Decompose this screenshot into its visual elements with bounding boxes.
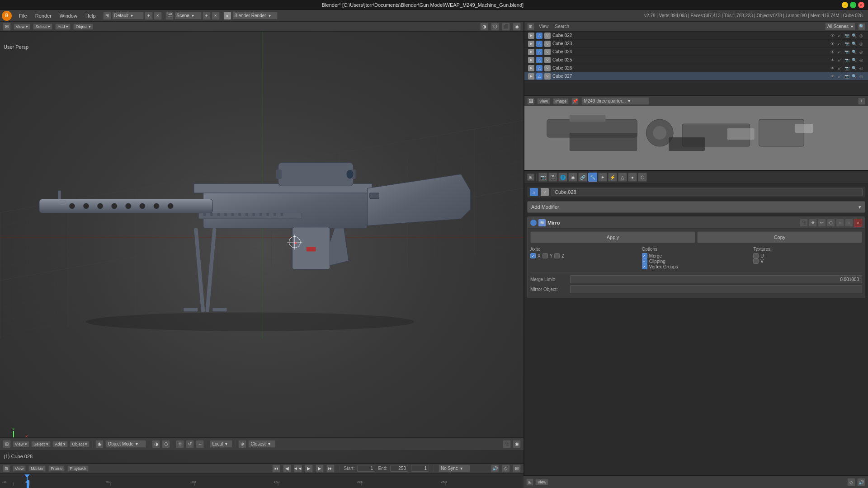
viewport[interactable]: ⊞ View Select Add Object ◑ ⬡ ⬛ ◉ [0, 22, 524, 463]
viewport-add-btn[interactable]: Add [55, 23, 71, 30]
remove-workspace-btn[interactable]: × [154, 12, 162, 20]
next-frame-btn[interactable]: ▶ [316, 465, 324, 473]
modifier-up-btn[interactable]: ↑ [836, 219, 844, 227]
props-data-icon[interactable]: △ [618, 173, 627, 182]
outliner-restrict-select[interactable]: ↙ [836, 41, 843, 47]
viewport-object-btn[interactable]: Object [73, 23, 93, 30]
outliner-restrict-filter2[interactable]: ◎ [858, 49, 864, 55]
outliner-restrict-filter2[interactable]: ◎ [858, 41, 864, 47]
layout-dropdown[interactable]: Default [112, 12, 144, 19]
clipping-checkbox[interactable] [642, 258, 647, 264]
props-modifiers-icon[interactable]: 🔧 [588, 173, 597, 182]
modifier-viewport-btn[interactable]: 👁 [809, 219, 817, 227]
current-frame-input[interactable]: 1 [411, 465, 429, 472]
outliner-restrict-view[interactable]: 👁 [829, 57, 835, 63]
add-modifier-btn[interactable]: Add Modifier ▾ [527, 201, 865, 213]
outliner-restrict-render[interactable]: 📷 [844, 49, 850, 55]
timeline-editor-type[interactable]: ⊞ [3, 465, 10, 472]
outliner-restrict-view[interactable]: 👁 [829, 41, 835, 47]
outliner-restrict-render[interactable]: 📷 [844, 73, 850, 80]
tex-v-checkbox[interactable] [753, 258, 759, 264]
outliner-row-cube024[interactable]: ▶ △ V Cube.024 👁 ↙ 📷 🔍 ◎ [524, 48, 868, 56]
viewport-render-mode[interactable]: ◉ [513, 23, 521, 31]
props-scene-icon[interactable]: 🎬 [548, 173, 557, 182]
outliner-restrict-filter2[interactable]: ◎ [858, 33, 864, 39]
mirror-object-input[interactable] [570, 285, 862, 293]
snap-dropdown[interactable]: Closest [248, 440, 275, 448]
props-constraints-icon[interactable]: 🔗 [578, 173, 587, 182]
axis-x-checkbox[interactable] [530, 253, 536, 258]
timeline-marker-btn[interactable]: Marker [28, 465, 46, 472]
timeline-playback-btn[interactable]: Playback [67, 465, 89, 472]
outliner-restrict-render[interactable]: 📷 [844, 65, 850, 71]
outliner-row-cube023[interactable]: ▶ △ V Cube.023 👁 ↙ 📷 🔍 ◎ [524, 40, 868, 48]
timeline-frame-btn[interactable]: Frame [48, 465, 65, 472]
image-viewer-image-btn[interactable]: Image [553, 98, 569, 104]
menu-help[interactable]: Help [82, 12, 99, 19]
outliner-row-cube027[interactable]: ▶ △ V Cube.027 👁 ↙ 📷 🔍 ◎ [524, 72, 868, 80]
apply-button[interactable]: Apply [530, 231, 695, 243]
timeline-view-btn[interactable]: View [13, 465, 26, 472]
axis-y-checkbox[interactable] [542, 253, 548, 258]
right-tl-view-btn[interactable]: View [535, 479, 548, 485]
modifier-render-btn[interactable]: 🎥 [800, 219, 808, 227]
outliner-row-cube022[interactable]: ▶ △ V Cube.022 👁 ↙ 📷 🔍 ◎ [524, 32, 868, 40]
outliner-restrict-render[interactable]: 📷 [844, 33, 850, 39]
outliner-restrict-view[interactable]: 👁 [829, 65, 835, 71]
outliner-restrict-view[interactable]: 👁 [829, 49, 835, 55]
props-particles-icon[interactable]: ✦ [598, 173, 607, 182]
scene-dropdown[interactable]: Scene [175, 12, 202, 19]
viewport-view-btn[interactable]: View [14, 23, 30, 30]
axis-z-checkbox[interactable] [554, 253, 560, 258]
modifier-remove-btn[interactable]: × [854, 219, 862, 227]
outliner-search-icon[interactable]: 🔍 [858, 23, 865, 30]
props-object-icon[interactable]: ◉ [568, 173, 577, 182]
tex-u-checkbox[interactable] [753, 253, 759, 258]
skip-start-btn[interactable]: ⏮ [272, 465, 280, 473]
menu-window[interactable]: Window [56, 12, 81, 19]
outliner-view-btn[interactable]: View [537, 23, 551, 29]
outliner-restrict-select[interactable]: ↙ [836, 33, 843, 39]
viewport-editor-type[interactable]: ⊞ [3, 23, 11, 31]
image-viewer-pin-icon[interactable]: 📌 [571, 98, 579, 105]
audio-btn[interactable]: 🔊 [491, 465, 499, 473]
keyframe-btn[interactable]: ◇ [502, 465, 510, 473]
prev-frame-btn[interactable]: ◀ [283, 465, 291, 473]
copy-button[interactable]: Copy [697, 231, 862, 243]
skip-end-btn[interactable]: ⏭ [326, 465, 335, 473]
image-viewer-editor-icon[interactable]: 🖼 [527, 98, 534, 105]
render-btn[interactable]: ◉ [513, 440, 521, 448]
viewport-shading-wire[interactable]: ⬡ [491, 23, 499, 31]
right-tl-keying-btn[interactable]: ◇ [847, 478, 855, 486]
play-btn[interactable]: ▶ [305, 465, 313, 473]
outliner-restrict-filter1[interactable]: 🔍 [851, 73, 857, 80]
outliner-restrict-filter1[interactable]: 🔍 [851, 41, 857, 47]
outliner-restrict-render[interactable]: 📷 [844, 57, 850, 63]
outliner-restrict-select[interactable]: ↙ [836, 65, 843, 71]
outliner-restrict-view[interactable]: 👁 [829, 73, 835, 80]
start-frame-input[interactable]: 1 [357, 465, 375, 472]
outliner-row-cube026[interactable]: ▶ △ V Cube.026 👁 ↙ 📷 🔍 ◎ [524, 64, 868, 72]
outliner-restrict-filter2[interactable]: ◎ [858, 65, 864, 71]
right-tl-audio-btn[interactable]: 🔊 [857, 478, 865, 486]
modifier-down-btn[interactable]: ↓ [845, 219, 853, 227]
modifier-cage-btn[interactable]: ⬡ [827, 219, 835, 227]
maximize-button[interactable]: □ [850, 2, 856, 8]
camera-btn[interactable]: 🎥 [503, 440, 511, 448]
close-button[interactable]: × [858, 2, 864, 8]
rotate-manipulator-btn[interactable]: ↺ [186, 440, 194, 448]
mode-dropdown[interactable]: Object Mode [105, 440, 146, 448]
minimize-button[interactable]: − [842, 2, 848, 8]
modifier-expand-toggle[interactable] [530, 220, 537, 226]
viewport-draw-mode[interactable]: ⬛ [502, 23, 510, 31]
outliner-restrict-filter1[interactable]: 🔍 [851, 49, 857, 55]
editor-type-btn[interactable]: ⊞ [103, 12, 111, 20]
draw-solid-btn[interactable]: ◑ [152, 440, 160, 448]
merge-checkbox[interactable] [642, 253, 647, 258]
transform-manipulator-btn[interactable]: ✛ [176, 440, 184, 448]
props-texture-icon[interactable]: ⬡ [638, 173, 647, 182]
image-name-dropdown[interactable]: M249 three quarter... [581, 97, 649, 105]
props-material-icon[interactable]: ● [628, 173, 637, 182]
coord-dropdown[interactable]: Local [210, 440, 232, 448]
outliner-restrict-filter2[interactable]: ◎ [858, 57, 864, 63]
